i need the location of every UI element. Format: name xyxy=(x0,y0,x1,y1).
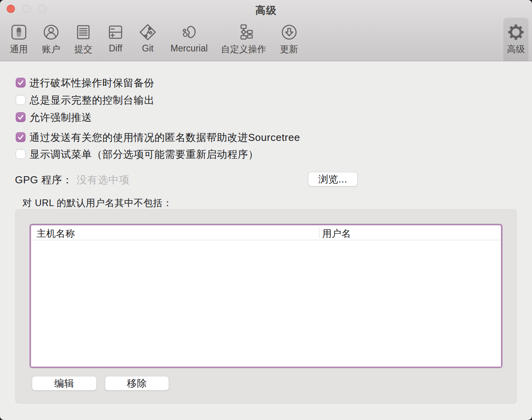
browse-button[interactable]: 浏览... xyxy=(308,172,358,186)
checkbox-keep-backups[interactable] xyxy=(16,78,26,88)
git-icon xyxy=(138,23,157,42)
general-switch-icon xyxy=(9,23,28,42)
edit-button[interactable]: 编辑 xyxy=(32,376,97,391)
toolbar-item-diff[interactable]: Diff xyxy=(103,18,128,61)
mercurial-icon xyxy=(180,23,198,42)
hosts-table[interactable]: 主机名称 用户名 xyxy=(29,224,503,368)
checkbox-label[interactable]: 通过发送有关您的使用情况的匿名数据帮助改进Sourcetree xyxy=(29,131,300,143)
checkbox-label[interactable]: 显示调试菜单（部分选项可能需要重新启动程序） xyxy=(29,148,259,160)
toolbar-item-git[interactable]: Git xyxy=(135,18,160,61)
commit-document-icon xyxy=(74,23,93,42)
toolbar-item-custom-actions[interactable]: 自定义操作 xyxy=(218,18,270,61)
toolbar-item-accounts[interactable]: 账户 xyxy=(39,18,64,61)
toolbar-item-updates[interactable]: 更新 xyxy=(277,18,302,61)
hosts-table-header: 主机名称 用户名 xyxy=(31,225,501,240)
toolbar-item-label: Git xyxy=(142,43,153,54)
titlebar-toolbar: 高级 通用 xyxy=(0,0,532,61)
toolbar-spacer xyxy=(309,18,496,61)
url-usernames-label: 对 URL 的默认用户名其中不包括： xyxy=(22,197,172,209)
checkbox-anonymous-usage-data[interactable] xyxy=(16,132,26,142)
checkbox-label[interactable]: 总是显示完整的控制台输出 xyxy=(29,94,154,106)
toolbar-item-label: 提交 xyxy=(74,43,92,55)
toolbar-item-commit[interactable]: 提交 xyxy=(71,18,96,61)
toolbar-item-label: 账户 xyxy=(42,43,60,55)
checkbox-debug-menu[interactable] xyxy=(16,149,26,159)
column-header-hostname[interactable]: 主机名称 xyxy=(37,227,75,240)
checkbox-label[interactable]: 进行破坏性操作时保留备份 xyxy=(29,77,154,89)
preferences-toolbar: 通用 账户 xyxy=(6,18,528,61)
toolbar-item-label: 更新 xyxy=(280,43,298,55)
checkbox-allow-force-push[interactable] xyxy=(16,112,26,122)
toolbar-item-mercurial[interactable]: Mercurial xyxy=(167,18,211,61)
update-download-icon xyxy=(280,23,299,42)
hosts-table-body[interactable] xyxy=(31,241,501,367)
column-divider[interactable] xyxy=(319,227,319,238)
toolbar-item-label: Mercurial xyxy=(171,43,208,54)
toolbar-item-label: 高级 xyxy=(507,43,525,55)
gpg-program-label: GPG 程序： xyxy=(15,173,73,187)
checkbox-label[interactable]: 允许强制推送 xyxy=(29,111,92,123)
preferences-window: 高级 通用 xyxy=(0,0,532,420)
column-header-username[interactable]: 用户名 xyxy=(322,227,351,240)
checkbox-full-console-output[interactable] xyxy=(16,95,26,105)
custom-actions-icon xyxy=(234,23,253,42)
remove-button[interactable]: 移除 xyxy=(105,376,169,391)
accounts-person-icon xyxy=(42,23,61,42)
window-title: 高级 xyxy=(0,4,532,17)
toolbar-item-label: 自定义操作 xyxy=(221,43,266,55)
toolbar-item-advanced[interactable]: 高级 xyxy=(503,18,528,61)
gpg-program-value: 没有选中项 xyxy=(77,173,130,187)
toolbar-item-label: Diff xyxy=(109,43,122,54)
toolbar-item-label: 通用 xyxy=(10,43,28,55)
diff-icon xyxy=(106,23,125,42)
toolbar-item-general[interactable]: 通用 xyxy=(6,18,31,61)
gear-icon xyxy=(506,23,525,42)
